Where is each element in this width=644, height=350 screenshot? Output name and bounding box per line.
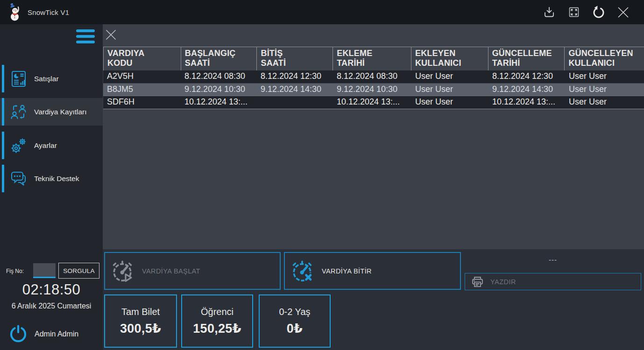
- table-row[interactable]: A2V5H 8.12.2024 08:30 8.12.2024 12:30 8.…: [103, 70, 644, 84]
- ticket-label: Tam Bilet: [121, 307, 160, 317]
- window-controls: [537, 0, 636, 24]
- hamburger-icon: [76, 29, 95, 32]
- nav-accent-bar: [2, 132, 4, 159]
- ticket-price: 0₺: [287, 321, 303, 336]
- main-toolbar: [103, 24, 644, 47]
- sidebar-item-label: Ayarlar: [34, 141, 57, 150]
- logout-user-button[interactable]: Admin Admin: [0, 324, 103, 345]
- ticket-price: 300,5₺: [120, 321, 161, 336]
- close-window-button[interactable]: [611, 0, 636, 24]
- fullscreen-button[interactable]: [561, 0, 586, 24]
- clock: 02:18:50: [0, 281, 103, 298]
- column-header-vardiya-kodu: VARDIYAKODU: [104, 47, 181, 70]
- query-button[interactable]: SORGULA: [58, 263, 99, 279]
- title-bar: SnowTick V1: [0, 0, 644, 24]
- column-header-ekleyen-kullanici: EKLEYENKULLANICI: [411, 47, 488, 70]
- expand-icon: [568, 7, 580, 18]
- sidebar-item-ayarlar[interactable]: Ayarlar: [0, 132, 103, 159]
- sales-report-icon: [11, 70, 27, 87]
- refresh-icon: [592, 6, 605, 19]
- print-button[interactable]: YAZDIR: [465, 273, 641, 290]
- sidebar-item-vardiya-kayitlari[interactable]: Vardiya Kayıtları: [0, 98, 103, 126]
- shift-table: VARDIYAKODU BAŞLANGIÇSAATİ BİTİŞSAATİ EK…: [103, 47, 644, 109]
- clear-selection-button close-icon[interactable]: [106, 29, 116, 40]
- ticket-price: 150,25₺: [193, 321, 241, 336]
- ticket-price-0-2-yas[interactable]: 0-2 Yaş 0₺: [259, 294, 331, 348]
- start-shift-button[interactable]: VARDİYA BAŞLAT: [104, 252, 281, 290]
- sidebar-item-satislar[interactable]: Satışlar: [0, 65, 103, 92]
- printer-icon: [471, 276, 484, 288]
- end-shift-label: VARDİYA BİTİR: [322, 267, 372, 275]
- nav-accent-bar: [2, 65, 4, 92]
- column-header-ekleme-tarihi: EKLEMETARİHİ: [333, 47, 411, 70]
- print-label: YAZDIR: [490, 278, 516, 286]
- ticket-label: 0-2 Yaş: [279, 307, 310, 317]
- settings-gears-icon: [11, 137, 27, 154]
- date-label: 6 Aralık 2025 Cumartesi: [0, 302, 103, 310]
- shift-status-text: ---: [465, 256, 641, 264]
- column-header-guncelleyen-kullanici: GÜNCELLEYENKULLANICI: [565, 47, 644, 70]
- receipt-query-row: Fiş No: SORGULA: [0, 263, 103, 279]
- column-header-bitis-saati: BİTİŞSAATİ: [257, 47, 333, 70]
- column-header-guncelleme-tarihi: GÜNCELLEMETARİHİ: [488, 47, 565, 70]
- column-header-baslangic-saati: BAŞLANGIÇSAATİ: [181, 47, 257, 70]
- table-header-row: VARDIYAKODU BAŞLANGIÇSAATİ BİTİŞSAATİ EK…: [103, 47, 644, 70]
- app-logo-snowman-icon: [8, 3, 22, 21]
- bottom-panel: VARDİYA BAŞLAT VARDİYA BİTİR ---: [103, 249, 644, 350]
- shift-records-icon: [11, 104, 27, 120]
- main-content: VARDIYAKODU BAŞLANGIÇSAATİ BİTİŞSAATİ EK…: [103, 24, 644, 350]
- receipt-no-label: Fiş No:: [6, 268, 24, 274]
- sidebar-item-teknik-destek[interactable]: Teknik Destek: [0, 165, 103, 192]
- close-icon: [617, 6, 630, 19]
- download-button[interactable]: [537, 0, 561, 24]
- sidebar: Satışlar Vardiya Kayıtları: [0, 24, 103, 350]
- end-shift-button[interactable]: VARDİYA BİTİR: [284, 252, 461, 290]
- stopwatch-end-icon: [291, 260, 313, 282]
- table-row[interactable]: SDF6H 10.12.2024 13:... 10.12.2024 13:..…: [103, 96, 644, 109]
- app-title: SnowTick V1: [28, 8, 69, 16]
- download-icon: [543, 6, 555, 18]
- ticket-label: Öğrenci: [201, 307, 234, 317]
- stopwatch-start-icon: [112, 260, 133, 282]
- start-shift-label: VARDİYA BAŞLAT: [142, 267, 200, 275]
- sidebar-item-label: Vardiya Kayıtları: [34, 108, 87, 116]
- nav-accent-bar: [2, 165, 4, 192]
- support-chat-icon: [11, 170, 27, 187]
- power-icon: [9, 325, 28, 343]
- ticket-price-ogrenci[interactable]: Öğrenci 150,25₺: [181, 294, 253, 348]
- refresh-button[interactable]: [586, 0, 611, 24]
- sidebar-item-label: Teknik Destek: [34, 175, 79, 183]
- receipt-no-input[interactable]: [33, 263, 56, 278]
- ticket-price-tam-bilet[interactable]: Tam Bilet 300,5₺: [104, 294, 177, 348]
- nav-accent-bar: [2, 98, 4, 126]
- sidebar-item-label: Satışlar: [34, 75, 59, 83]
- menu-toggle-button[interactable]: [76, 29, 95, 43]
- table-row-selected[interactable]: B8JM5 9.12.2024 10:30 9.12.2024 14:30 9.…: [103, 84, 644, 97]
- user-name-label: Admin Admin: [35, 330, 78, 338]
